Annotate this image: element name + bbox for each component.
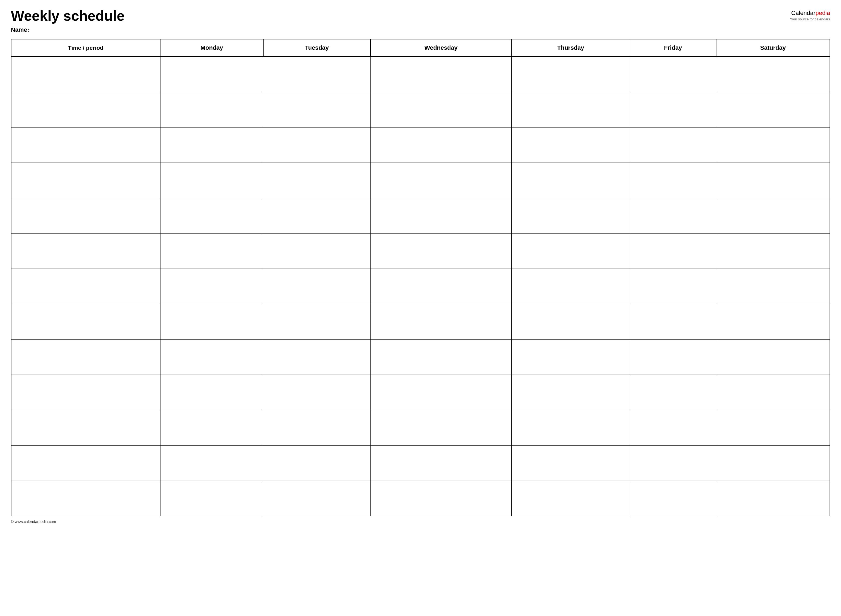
table-cell[interactable] [716,57,830,92]
table-row [11,481,830,516]
table-cell[interactable] [263,445,371,481]
table-cell[interactable] [160,268,263,304]
logo-pedia: pedia [815,10,830,16]
table-cell[interactable] [511,198,630,233]
table-cell[interactable] [11,410,160,445]
table-cell[interactable] [160,304,263,339]
table-cell[interactable] [716,92,830,127]
table-cell[interactable] [630,163,716,198]
table-cell[interactable] [160,198,263,233]
table-cell[interactable] [371,92,511,127]
table-cell[interactable] [11,304,160,339]
table-cell[interactable] [160,445,263,481]
table-cell[interactable] [160,410,263,445]
table-cell[interactable] [716,127,830,163]
table-cell[interactable] [716,375,830,410]
table-cell[interactable] [11,198,160,233]
table-cell[interactable] [263,92,371,127]
table-cell[interactable] [11,127,160,163]
table-cell[interactable] [511,304,630,339]
table-cell[interactable] [630,92,716,127]
table-cell[interactable] [630,198,716,233]
table-cell[interactable] [11,375,160,410]
table-cell[interactable] [371,127,511,163]
table-cell[interactable] [263,304,371,339]
table-cell[interactable] [716,268,830,304]
table-cell[interactable] [716,304,830,339]
table-cell[interactable] [11,92,160,127]
table-cell[interactable] [160,57,263,92]
table-cell[interactable] [630,481,716,516]
table-cell[interactable] [511,375,630,410]
table-cell[interactable] [511,163,630,198]
table-cell[interactable] [160,127,263,163]
table-cell[interactable] [630,304,716,339]
table-cell[interactable] [263,127,371,163]
table-cell[interactable] [371,445,511,481]
table-cell[interactable] [160,375,263,410]
table-cell[interactable] [371,57,511,92]
table-cell[interactable] [371,198,511,233]
logo-tagline: Your source for calendars [790,17,830,21]
table-cell[interactable] [11,268,160,304]
table-cell[interactable] [716,410,830,445]
table-cell[interactable] [11,233,160,268]
table-cell[interactable] [630,233,716,268]
table-cell[interactable] [371,410,511,445]
table-cell[interactable] [263,198,371,233]
table-cell[interactable] [630,410,716,445]
table-row [11,92,830,127]
table-cell[interactable] [371,375,511,410]
table-cell[interactable] [371,233,511,268]
table-cell[interactable] [511,410,630,445]
table-cell[interactable] [630,57,716,92]
table-cell[interactable] [160,92,263,127]
table-cell[interactable] [630,375,716,410]
table-cell[interactable] [11,481,160,516]
table-cell[interactable] [511,57,630,92]
table-cell[interactable] [630,268,716,304]
table-cell[interactable] [371,163,511,198]
table-cell[interactable] [716,445,830,481]
table-row [11,198,830,233]
table-cell[interactable] [716,481,830,516]
table-cell[interactable] [263,233,371,268]
table-cell[interactable] [511,481,630,516]
table-header-row: Time / period Monday Tuesday Wednesday T… [11,39,830,57]
table-cell[interactable] [160,233,263,268]
table-row [11,445,830,481]
table-cell[interactable] [11,339,160,375]
table-cell[interactable] [371,268,511,304]
table-cell[interactable] [11,445,160,481]
table-cell[interactable] [511,233,630,268]
table-cell[interactable] [716,198,830,233]
col-header-friday: Friday [630,39,716,57]
table-cell[interactable] [371,304,511,339]
table-cell[interactable] [160,163,263,198]
footer: © www.calendarpedia.com [11,519,830,524]
table-cell[interactable] [371,339,511,375]
table-cell[interactable] [11,57,160,92]
table-cell[interactable] [630,445,716,481]
table-cell[interactable] [511,268,630,304]
table-cell[interactable] [511,127,630,163]
table-cell[interactable] [11,163,160,198]
table-cell[interactable] [160,481,263,516]
table-cell[interactable] [263,410,371,445]
table-cell[interactable] [263,481,371,516]
table-cell[interactable] [160,339,263,375]
table-cell[interactable] [263,57,371,92]
table-cell[interactable] [263,339,371,375]
table-cell[interactable] [511,445,630,481]
table-cell[interactable] [263,375,371,410]
table-cell[interactable] [511,339,630,375]
table-cell[interactable] [511,92,630,127]
table-cell[interactable] [716,233,830,268]
table-cell[interactable] [630,339,716,375]
table-cell[interactable] [630,127,716,163]
table-cell[interactable] [263,268,371,304]
table-cell[interactable] [716,339,830,375]
table-cell[interactable] [716,163,830,198]
table-cell[interactable] [371,481,511,516]
table-cell[interactable] [263,163,371,198]
